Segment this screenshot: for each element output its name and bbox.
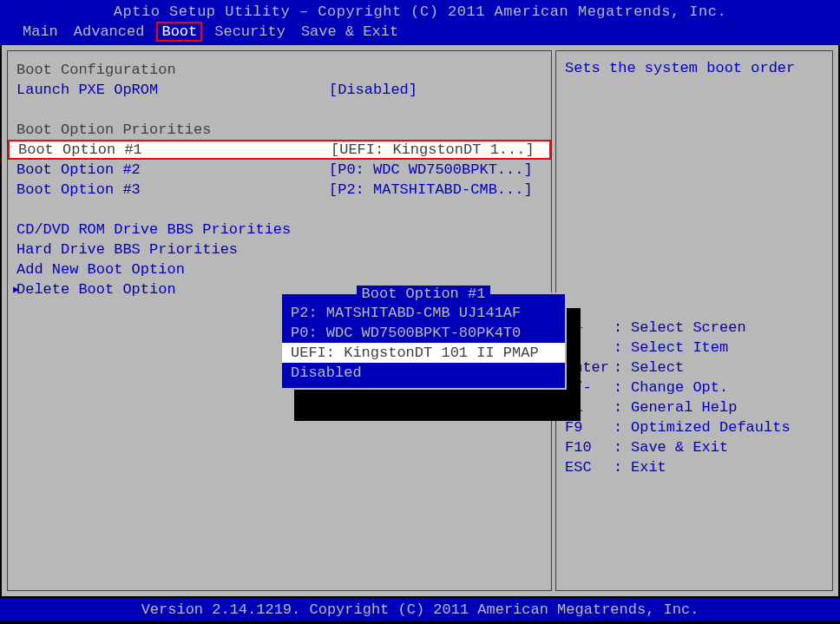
popup-title: Boot Option #1 — [357, 286, 491, 302]
boot-option-2-label: Boot Option #2 — [16, 161, 329, 178]
popup-item-2[interactable]: UEFI: KingstonDT 101 II PMAP — [282, 343, 565, 363]
popup-title-bar: Boot Option #1 — [282, 286, 565, 303]
menu-advanced[interactable]: Advanced — [74, 23, 145, 40]
key-help-change: +/-:Change Opt. — [565, 379, 824, 399]
key-help-save: F10:Save & Exit — [565, 439, 824, 459]
boot-option-2-value: [P0: WDC WD7500BPKT...] — [329, 161, 542, 178]
key-help-exit: ESC:Exit — [565, 459, 824, 479]
section-boot-config: Boot Configuration — [16, 60, 542, 80]
popup-item-0[interactable]: P2: MATSHITABD-CMB UJ141AF — [282, 303, 565, 323]
menu-boot[interactable]: Boot — [156, 22, 202, 42]
boot-option-1[interactable]: Boot Option #1 [UEFI: KingstonDT 1...] — [8, 140, 551, 160]
add-boot-option[interactable]: Add New Boot Option — [16, 259, 542, 279]
popup-item-3[interactable]: Disabled — [282, 363, 565, 383]
key-help-item: ↑↓:Select Item — [565, 339, 824, 359]
menu-save-exit[interactable]: Save & Exit — [301, 23, 398, 40]
boot-option-1-label: Boot Option #1 — [18, 141, 331, 158]
menu-main[interactable]: Main — [23, 23, 58, 40]
boot-option-3-label: Boot Option #3 — [16, 181, 329, 198]
key-help-general: F1:General Help — [565, 399, 824, 419]
boot-option-3-value: [P2: MATSHITABD-CMB...] — [329, 181, 542, 198]
pxe-value: [Disabled] — [329, 82, 542, 98]
main-area: Boot Configuration Launch PXE OpROM [Dis… — [0, 45, 840, 598]
key-help-defaults: F9:Optimized Defaults — [565, 419, 824, 439]
option-launch-pxe[interactable]: Launch PXE OpROM [Disabled] — [16, 80, 542, 100]
boot-option-3[interactable]: Boot Option #3 [P2: MATSHITABD-CMB...] — [16, 180, 542, 200]
cd-dvd-bbs[interactable]: CD/DVD ROM Drive BBS Priorities — [16, 220, 542, 240]
popup-item-1[interactable]: P0: WDC WD7500BPKT-80PK4T0 — [282, 323, 565, 343]
header-title: Aptio Setup Utility – Copyright (C) 2011… — [0, 3, 840, 20]
help-text: Sets the system boot order — [565, 60, 824, 76]
pxe-label: Launch PXE OpROM — [16, 82, 329, 98]
footer-bar: Version 2.14.1219. Copyright (C) 2011 Am… — [0, 598, 840, 621]
section-boot-priorities: Boot Option Priorities — [16, 120, 542, 140]
left-panel: Boot Configuration Launch PXE OpROM [Dis… — [7, 50, 552, 591]
boot-option-1-value: [UEFI: KingstonDT 1...] — [331, 141, 541, 158]
footer-text: Version 2.14.1219. Copyright (C) 2011 Am… — [141, 601, 699, 618]
submenu-arrow-icon: ▶ — [13, 283, 19, 296]
menu-security[interactable]: Security — [214, 23, 285, 40]
key-help-screen: →←:Select Screen — [565, 319, 824, 339]
boot-option-2[interactable]: Boot Option #2 [P0: WDC WD7500BPKT...] — [16, 160, 542, 180]
right-panel: Sets the system boot order →←:Select Scr… — [555, 50, 833, 591]
header-bar: Aptio Setup Utility – Copyright (C) 2011… — [0, 0, 840, 45]
key-help-select: Enter:Select — [565, 359, 824, 379]
menu-bar: Main Advanced Boot Security Save & Exit — [0, 23, 840, 40]
hard-drive-bbs[interactable]: Hard Drive BBS Priorities — [16, 240, 542, 259]
boot-option-popup: Boot Option #1 P2: MATSHITABD-CMB UJ141A… — [280, 292, 567, 390]
